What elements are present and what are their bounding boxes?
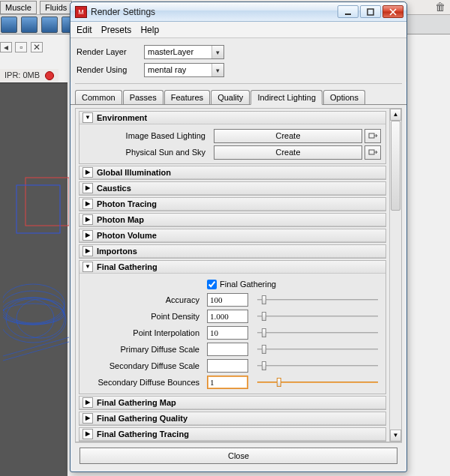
section-global-illumination: ▶Global Illumination: [79, 166, 386, 180]
section-environment: ▼ Environment Image Based Lighting Creat…: [79, 111, 386, 164]
viewport-3d[interactable]: [0, 82, 68, 476]
trash-icon[interactable]: 🗑: [435, 1, 446, 13]
render-using-value: mental ray: [148, 65, 212, 74]
fg-enable-label: Final Gathering: [220, 280, 276, 289]
section-caustics: ▶Caustics: [79, 181, 386, 196]
chevron-down-icon: [212, 64, 224, 76]
svg-rect-12: [368, 9, 374, 15]
svg-line-10: [3, 342, 69, 361]
tab-muscle[interactable]: Muscle: [0, 1, 37, 14]
menu-edit[interactable]: Edit: [76, 25, 92, 35]
secondary-diffuse-scale-input[interactable]: [207, 359, 248, 373]
accuracy-input[interactable]: [207, 293, 248, 307]
svg-rect-16: [369, 150, 374, 154]
pss-label: Physical Sun and Sky: [84, 148, 212, 157]
point-interp-input[interactable]: [207, 326, 248, 340]
collapse-icon: ▼: [82, 262, 93, 272]
ibl-label: Image Based Lighting: [84, 131, 212, 140]
svg-rect-15: [369, 133, 374, 138]
primary-diffuse-scale-label: Primary Diffuse Scale: [84, 345, 204, 354]
render-settings-window: M Render Settings Edit Presets Help Rend…: [70, 1, 407, 472]
accuracy-slider[interactable]: [254, 293, 381, 307]
scroll-thumb[interactable]: [391, 121, 400, 211]
create-ibl-button[interactable]: Create: [214, 129, 362, 143]
section-title: Importons: [97, 247, 137, 256]
tab-fluids[interactable]: Fluids: [40, 1, 72, 14]
shelf-icon[interactable]: [41, 16, 58, 33]
secondary-diffuse-scale-slider[interactable]: [254, 359, 381, 373]
back-btn[interactable]: ▫: [15, 42, 27, 52]
render-using-dropdown[interactable]: mental ray: [144, 63, 224, 77]
expand-icon: ▶: [82, 429, 93, 439]
svg-point-3: [3, 291, 64, 324]
back-btn[interactable]: ◂: [0, 42, 12, 52]
close-button[interactable]: [382, 5, 404, 18]
expand-icon: ▶: [82, 246, 93, 256]
render-layer-value: masterLayer: [148, 47, 212, 56]
shelf-icon[interactable]: [21, 16, 38, 33]
section-title: Environment: [97, 113, 147, 122]
fg-enable-checkbox[interactable]: [207, 280, 217, 289]
expand-icon: ▶: [82, 397, 93, 408]
section-title: Photon Volume: [97, 231, 157, 240]
point-density-slider[interactable]: [254, 310, 381, 323]
shelf-icon[interactable]: [1, 16, 17, 33]
vertical-scrollbar[interactable]: ▲ ▼: [389, 109, 401, 442]
secondary-diffuse-bounces-input[interactable]: [207, 376, 248, 389]
tab-passes[interactable]: Passes: [123, 90, 164, 104]
section-final-gathering: ▼ Final Gathering Final Gathering Accura…: [79, 260, 386, 394]
menubar: Edit Presets Help: [70, 22, 406, 38]
primary-diffuse-scale-slider[interactable]: [254, 343, 381, 356]
section-title: Caustics: [97, 184, 131, 193]
window-title: Render Settings: [91, 7, 338, 17]
back-btn[interactable]: ✕: [31, 42, 43, 52]
section-title: Final Gathering Quality: [97, 414, 188, 423]
section-title: Global Illumination: [97, 168, 171, 177]
section-header-fg[interactable]: ▼ Final Gathering: [80, 261, 386, 274]
tabs: Common Passes Features Quality Indirect …: [70, 90, 406, 105]
titlebar[interactable]: M Render Settings: [70, 2, 406, 22]
expand-icon: ▶: [82, 167, 93, 178]
menu-help[interactable]: Help: [140, 25, 159, 35]
minimize-button[interactable]: [338, 5, 358, 18]
ipr-indicator-icon: [45, 71, 54, 80]
tab-quality[interactable]: Quality: [211, 90, 250, 104]
menu-presets[interactable]: Presets: [101, 25, 132, 35]
tab-features[interactable]: Features: [164, 90, 210, 104]
scroll-up-button[interactable]: ▲: [390, 109, 401, 121]
section-header-environment[interactable]: ▼ Environment: [80, 112, 386, 124]
app-icon: M: [75, 6, 87, 18]
section-fg-tracing: ▶Final Gathering Tracing: [79, 427, 386, 442]
scroll-down-button[interactable]: ▼: [390, 430, 401, 442]
tab-indirect-lighting[interactable]: Indirect Lighting: [250, 90, 322, 105]
create-pss-button[interactable]: Create: [214, 145, 362, 160]
primary-diffuse-scale-input[interactable]: [207, 343, 248, 356]
section-title: Final Gathering: [97, 262, 158, 271]
point-interp-slider[interactable]: [254, 326, 381, 340]
section-title: Photon Map: [97, 215, 144, 224]
expand-icon: ▶: [82, 413, 93, 424]
ibl-connect-button[interactable]: [364, 129, 381, 143]
close-dialog-button[interactable]: Close: [80, 448, 398, 464]
point-interp-label: Point Interpolation: [84, 328, 204, 337]
section-photon-tracing: ▶Photon Tracing: [79, 197, 386, 211]
collapse-icon: ▼: [82, 112, 93, 123]
back-window-controls: ◂ ▫ ✕: [0, 42, 44, 52]
section-importons: ▶Importons: [79, 244, 386, 259]
secondary-diffuse-bounces-label: Secondary Diffuse Bounces: [84, 378, 204, 387]
point-density-input[interactable]: [207, 310, 248, 323]
secondary-diffuse-bounces-slider[interactable]: [254, 376, 381, 389]
tab-common[interactable]: Common: [75, 90, 122, 104]
render-using-label: Render Using: [76, 65, 144, 74]
point-density-label: Point Density: [84, 312, 204, 321]
expand-icon: ▶: [82, 199, 93, 209]
tab-options[interactable]: Options: [323, 90, 365, 104]
maximize-button[interactable]: [360, 5, 381, 18]
expand-icon: ▶: [82, 214, 93, 225]
section-title: Photon Tracing: [97, 199, 157, 208]
section-photon-map: ▶Photon Map: [79, 213, 386, 227]
svg-point-4: [3, 298, 64, 325]
render-layer-dropdown[interactable]: masterLayer: [144, 45, 224, 59]
panel: ▼ Environment Image Based Lighting Creat…: [75, 108, 402, 442]
pss-connect-button[interactable]: [364, 145, 381, 160]
